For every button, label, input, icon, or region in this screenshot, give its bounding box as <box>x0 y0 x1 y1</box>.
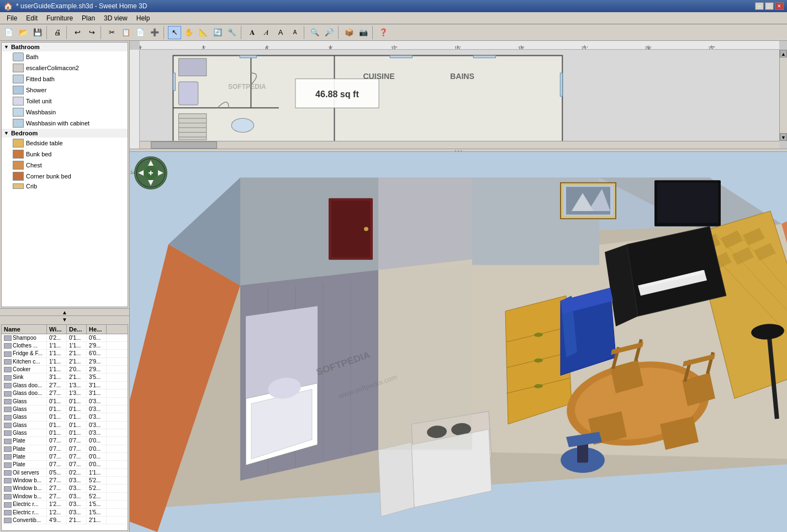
table-row[interactable]: Plate 0'7... 0'7... 0'0... <box>2 453 128 461</box>
table-row[interactable]: Glass doo... 2'7... 1'3... 3'1... <box>2 389 128 397</box>
td-height: 2'1... <box>87 517 107 524</box>
table-row[interactable]: Glass 0'1... 0'1... 0'3... <box>2 429 128 437</box>
col-width[interactable]: Wi... <box>47 325 67 334</box>
td-width: 0'7... <box>47 461 67 468</box>
item-bunk-label: Bunk bed <box>26 151 51 157</box>
table-row[interactable]: Glass 0'1... 0'1... 0'3... <box>2 413 128 421</box>
category-bathroom[interactable]: ▼ Bathroom <box>2 43 128 51</box>
menu-furniture[interactable]: Furniture <box>42 13 77 23</box>
col-name[interactable]: Name <box>2 325 47 334</box>
tree-scroll-down[interactable]: ▼ <box>0 315 129 323</box>
table-row[interactable]: Glass 0'1... 0'1... 0'3... <box>2 405 128 413</box>
table-row[interactable]: Kitchen c... 1'1... 2'1... 2'9... <box>2 358 128 366</box>
item-toilet[interactable]: Toilet unit <box>2 96 128 107</box>
zoom-out-button[interactable]: 🔎 <box>323 26 336 39</box>
additem-button[interactable]: ➕ <box>148 26 161 39</box>
item-fitted-bath[interactable]: Fitted bath <box>2 73 128 85</box>
table-row[interactable]: Plate 0'7... 0'7... 0'0... <box>2 445 128 453</box>
nav-control-svg <box>136 158 166 188</box>
td-name: Glass doo... <box>2 389 47 397</box>
item-washbasin[interactable]: Washbasin <box>2 107 128 118</box>
paste-button[interactable]: 📄 <box>134 26 147 39</box>
measure-tool[interactable]: 📐 <box>197 26 210 39</box>
edit-tool[interactable]: 🔧 <box>225 26 239 39</box>
cut-button[interactable]: ✂ <box>105 26 118 39</box>
view-3d[interactable]: SOFTPEDIA www.softpedia.com new ber <box>130 152 787 532</box>
text-btn3[interactable]: A <box>274 26 287 39</box>
maximize-button[interactable]: □ <box>765 2 774 10</box>
photo-btn[interactable]: 📷 <box>357 26 370 39</box>
menu-3dview[interactable]: 3D view <box>99 13 132 23</box>
item-bunk[interactable]: Bunk bed <box>2 149 128 160</box>
text-btn1[interactable]: 𝐀 <box>245 26 258 39</box>
plan-vscrollbar[interactable]: ▲ ▼ <box>779 50 787 141</box>
rotate-tool[interactable]: 🔄 <box>211 26 224 39</box>
item-shower[interactable]: Shower <box>2 85 128 96</box>
menu-edit[interactable]: Edit <box>22 13 42 23</box>
zoom-in-button[interactable]: 🔍 <box>308 26 321 39</box>
table-row[interactable]: Plate 0'7... 0'7... 0'0... <box>2 461 128 468</box>
new-button[interactable]: 📄 <box>2 26 15 39</box>
plan-canvas[interactable]: 46.88 sq ft CUISINE BAINS <box>140 50 779 149</box>
table-row[interactable]: Oil servers 0'5... 0'2... 1'1... <box>2 469 128 477</box>
print-button[interactable]: 🖨 <box>51 26 64 39</box>
nav-control[interactable] <box>134 156 167 189</box>
table-row[interactable]: Glass 0'1... 0'1... 0'3... <box>2 398 128 405</box>
td-depth: 0'7... <box>67 461 87 468</box>
select-tool[interactable]: ↖ <box>168 26 181 39</box>
help-button[interactable]: ❓ <box>377 26 390 39</box>
item-washbasin-cabinet[interactable]: Washbasin with cabinet <box>2 118 128 129</box>
col-height[interactable]: He... <box>87 325 107 334</box>
app-icon: 🏠 <box>3 2 13 10</box>
td-name: Glass <box>2 405 47 413</box>
item-bath[interactable]: Bath <box>2 51 128 62</box>
menu-help[interactable]: Help <box>132 13 155 23</box>
table-row[interactable]: Cooker 1'1... 2'0... 2'9... <box>2 366 128 373</box>
item-escalier[interactable]: escalierColimacon2 <box>2 62 128 73</box>
td-depth: 2'1... <box>67 350 87 357</box>
table-row[interactable]: Clothes ... 1'1... 1'1... 2'9... <box>2 342 128 350</box>
td-depth: 0'7... <box>67 437 87 444</box>
plan-hscrollbar[interactable] <box>140 141 779 149</box>
text-btn4[interactable]: A <box>288 26 302 39</box>
item-crib[interactable]: Crib <box>2 182 128 191</box>
tree-scroll-up[interactable]: ▲ <box>0 308 129 315</box>
td-height: 3'1... <box>87 389 107 397</box>
table-row[interactable]: Shampoo 0'2... 0'1... 0'6... <box>2 334 128 342</box>
close-button[interactable]: ✕ <box>775 2 784 10</box>
table-row[interactable]: Electric r... 1'2... 0'3... 1'5... <box>2 509 128 517</box>
td-height: 0'0... <box>87 437 107 444</box>
item-bedside[interactable]: Bedside table <box>2 138 128 149</box>
redo-button[interactable]: ↪ <box>85 26 98 39</box>
table-row[interactable]: Sink 3'1... 2'1... 3'5... <box>2 373 128 381</box>
table-row[interactable]: Window b... 2'7... 0'3... 5'2... <box>2 477 128 484</box>
toolbar-sep3 <box>101 26 103 39</box>
menu-file[interactable]: File <box>2 13 22 23</box>
copy-button[interactable]: 📋 <box>119 26 133 39</box>
table-row[interactable]: Fridge & F... 1'1... 2'1... 6'0... <box>2 350 128 357</box>
item-chest[interactable]: Chest <box>2 160 128 171</box>
text-btn2[interactable]: 𝐴 <box>260 26 273 39</box>
3d-view-btn[interactable]: 📦 <box>342 26 356 39</box>
td-depth: 0'2... <box>67 469 87 476</box>
td-name: Glass doo... <box>2 382 47 389</box>
table-row[interactable]: Plate 0'7... 0'7... 0'0... <box>2 437 128 445</box>
table-row[interactable]: Window b... 2'7... 0'3... 5'2... <box>2 493 128 501</box>
table-row[interactable]: Electric r... 1'2... 0'3... 1'5... <box>2 501 128 508</box>
open-button[interactable]: 📂 <box>17 26 30 39</box>
category-bedroom[interactable]: ▼ Bedroom <box>2 129 128 138</box>
col-depth[interactable]: De... <box>67 325 87 334</box>
undo-button[interactable]: ↩ <box>71 26 84 39</box>
minimize-button[interactable]: ─ <box>755 2 764 10</box>
item-corner-bunk[interactable]: Corner bunk bed <box>2 171 128 182</box>
bedroom-arrow: ▼ <box>4 130 9 136</box>
table-row[interactable]: Convertib... 4'9... 2'1... 2'1... <box>2 517 128 524</box>
save-button[interactable]: 💾 <box>31 26 44 39</box>
table-row[interactable]: Glass 0'1... 0'1... 0'3... <box>2 422 128 429</box>
pan-tool[interactable]: ✋ <box>182 26 196 39</box>
menu-plan[interactable]: Plan <box>77 13 99 23</box>
table-row[interactable]: Window b... 2'7... 0'3... 5'2... <box>2 484 128 492</box>
ruler-vertical <box>130 50 140 149</box>
svg-rect-9 <box>178 59 206 76</box>
table-row[interactable]: Glass doo... 2'7... 1'3... 3'1... <box>2 382 128 389</box>
